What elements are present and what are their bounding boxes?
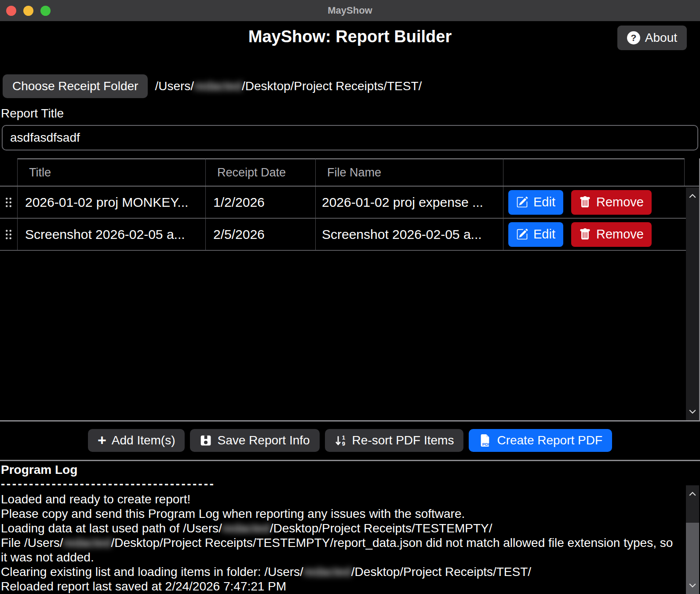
- table-row: Screenshot 2026-02-05 a... 2/5/2026 Scre…: [0, 219, 699, 251]
- page-title: MayShow: Report Builder: [0, 21, 700, 46]
- row-file-name-cell: Screenshot 2026-02-05 a...: [316, 219, 503, 250]
- edit-button-label: Edit: [533, 195, 555, 209]
- window-title: MayShow: [328, 5, 372, 16]
- text-segment: File /Users/: [1, 536, 63, 550]
- text-segment: Loading data at last used path of /Users…: [1, 521, 222, 535]
- table-body: 2026-01-02 proj MONKEY... 1/2/2026 2026-…: [0, 187, 699, 251]
- drag-handle[interactable]: [0, 219, 18, 250]
- redacted-text: redacted: [303, 565, 351, 579]
- svg-text:PDF: PDF: [482, 442, 491, 447]
- drag-column-header: [0, 158, 18, 186]
- trash-icon: [579, 196, 591, 208]
- question-icon: ?: [627, 31, 640, 44]
- svg-text:1: 1: [342, 434, 345, 441]
- grip-dots-icon: [5, 229, 12, 240]
- text-segment: /Desktop/Project Receipts/TEST/: [242, 79, 422, 93]
- column-header-file-name: File Name: [316, 158, 503, 186]
- log-scrollbar[interactable]: [686, 485, 699, 594]
- log-line: Clearing existing list and loading items…: [1, 565, 680, 579]
- program-log-heading: Program Log: [1, 463, 700, 477]
- pencil-square-icon: [516, 228, 528, 240]
- text-segment: /Desktop/Project Receipts/TEST/: [351, 565, 531, 579]
- row-actions-cell: Edit Remove: [503, 219, 685, 250]
- program-log-lines: Loaded and ready to create report!Please…: [1, 492, 680, 594]
- edit-button-label: Edit: [533, 227, 555, 242]
- table-row: 2026-01-02 proj MONKEY... 1/2/2026 2026-…: [0, 187, 699, 219]
- resort-pdf-items-label: Re-sort PDF Items: [352, 433, 454, 447]
- row-actions-cell: Edit Remove: [503, 187, 685, 218]
- scroll-down-icon[interactable]: [687, 406, 698, 417]
- scroll-up-icon[interactable]: [687, 191, 698, 202]
- remove-button-label: Remove: [596, 195, 644, 209]
- text-segment: Loaded and ready to create report!: [1, 492, 190, 506]
- resort-pdf-items-button[interactable]: 1 9 Re-sort PDF Items: [325, 429, 464, 452]
- receipt-folder-path: /Users/redacted/Desktop/Project Receipts…: [155, 79, 422, 93]
- row-title-cell: 2026-01-02 proj MONKEY...: [18, 187, 206, 218]
- log-line: File /Users/redacted/Desktop/Project Rec…: [1, 535, 680, 565]
- header: MayShow: Report Builder ? About: [0, 21, 700, 73]
- log-line: Please copy and send this Program Log wh…: [1, 506, 680, 521]
- grip-dots-icon: [5, 197, 12, 208]
- row-title-cell: Screenshot 2026-02-05 a...: [18, 219, 206, 250]
- add-items-button[interactable]: + Add Item(s): [88, 429, 185, 452]
- plus-icon: +: [98, 433, 106, 447]
- traffic-lights: [6, 6, 51, 16]
- log-scroll-down-icon[interactable]: [687, 580, 698, 590]
- zoom-window-icon[interactable]: [40, 6, 51, 16]
- text-segment: Reloaded report last saved at 2/24/2026 …: [1, 579, 286, 593]
- remove-button[interactable]: Remove: [571, 190, 652, 215]
- remove-button[interactable]: Remove: [571, 222, 652, 247]
- table-header-row: Title Receipt Date File Name: [0, 158, 699, 187]
- titlebar: MayShow: [0, 0, 700, 21]
- report-title-input[interactable]: [2, 125, 698, 150]
- app-window: MayShow MayShow: Report Builder ? About …: [0, 0, 700, 594]
- table-scrollbar[interactable]: [686, 187, 699, 420]
- items-table: Title Receipt Date File Name 2026-01-02 …: [0, 158, 700, 422]
- log-line: Loading data at last used path of /Users…: [1, 521, 680, 535]
- drag-handle[interactable]: [0, 187, 18, 218]
- folder-row: Choose Receipt Folder /Users/redacted/De…: [3, 74, 700, 99]
- column-header-title: Title: [18, 158, 206, 186]
- about-button[interactable]: ? About: [617, 26, 687, 50]
- column-header-actions: [503, 158, 685, 186]
- row-receipt-date-cell: 1/2/2026: [206, 187, 316, 218]
- edit-button[interactable]: Edit: [508, 190, 563, 215]
- pencil-square-icon: [516, 196, 528, 208]
- choose-receipt-folder-button[interactable]: Choose Receipt Folder: [3, 74, 148, 98]
- sort-numeric-down-icon: 1 9: [335, 434, 347, 447]
- text-segment: Please copy and send this Program Log wh…: [1, 507, 465, 521]
- bottom-actions: + Add Item(s) Save Report Info 1 9 Re-so…: [0, 429, 700, 452]
- text-segment: /Desktop/Project Receipts/TESTEMPTY/: [270, 521, 492, 535]
- program-log-separator: --------------------------------------: [1, 477, 700, 491]
- minimize-window-icon[interactable]: [23, 6, 33, 16]
- about-button-label: About: [645, 31, 677, 45]
- add-items-label: Add Item(s): [112, 433, 175, 447]
- log-line: Loaded and ready to create report!: [1, 492, 680, 506]
- log-scroll-up-icon[interactable]: [687, 489, 698, 499]
- row-receipt-date-cell: 2/5/2026: [206, 219, 316, 250]
- redacted-text: redacted: [222, 521, 270, 535]
- close-window-icon[interactable]: [6, 6, 16, 16]
- redacted-text: redacted: [63, 536, 111, 550]
- pdf-file-icon: PDF: [478, 434, 492, 447]
- report-title-label: Report Title: [1, 106, 700, 121]
- floppy-save-icon: [200, 434, 212, 447]
- text-segment: Clearing existing list and loading items…: [1, 565, 303, 579]
- remove-button-label: Remove: [596, 227, 644, 242]
- create-report-pdf-label: Create Report PDF: [497, 433, 602, 447]
- save-report-info-button[interactable]: Save Report Info: [190, 429, 319, 452]
- text-segment: /Users/: [155, 79, 194, 93]
- edit-button[interactable]: Edit: [508, 222, 563, 247]
- row-file-name-cell: 2026-01-02 proj expense ...: [316, 187, 503, 218]
- trash-icon: [579, 228, 591, 240]
- log-line: Reloaded report last saved at 2/24/2026 …: [1, 579, 680, 594]
- program-log-panel: Program Log ----------------------------…: [0, 460, 700, 594]
- create-report-pdf-button[interactable]: PDF Create Report PDF: [469, 429, 612, 452]
- redacted-text: redacted: [194, 79, 242, 93]
- svg-text:9: 9: [342, 440, 345, 447]
- column-header-receipt-date: Receipt Date: [206, 158, 316, 186]
- save-report-info-label: Save Report Info: [217, 433, 310, 447]
